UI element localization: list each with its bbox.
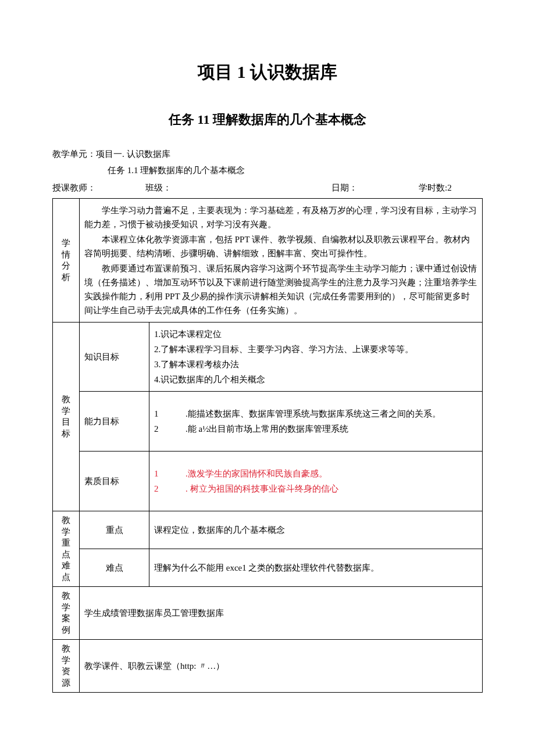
keypoint-key-text: 课程定位，数据库的几个基本概念 (149, 511, 483, 549)
goal-ability-item: 1.能描述数据库、数据库管理系统与数据库系统这三者之间的关系。 (154, 407, 477, 421)
row-label-resource: 教学资源 (53, 640, 80, 693)
unit-line: 教学单元：项目一. 认识数据库 (52, 147, 483, 161)
keypoint-diff-text: 理解为什么不能用 exce1 之类的数据处理软件代替数据库。 (149, 549, 483, 587)
page-title: 项目 1 认识数据库 (52, 58, 483, 86)
goal-ability-label: 能力目标 (80, 392, 149, 452)
goal-knowledge-item: 3.了解本课程考核办法 (154, 357, 477, 371)
row-label-analysis: 学情分析 (53, 199, 80, 323)
analysis-p2: 本课程立体化教学资源丰富，包括 PPT 课件、教学视频、自编教材以及职教云课程平… (84, 232, 477, 260)
goal-knowledge-label: 知识目标 (80, 323, 149, 392)
date-label: 日期： (331, 181, 419, 195)
goal-ability-item: 2.能 a½出目前市场上常用的数据库管理系统 (154, 422, 477, 436)
goal-knowledge-item: 1.识记本课程定位 (154, 327, 477, 341)
analysis-p3: 教师要通过布置课前预习、课后拓展内容学习这两个环节提高学生主动学习能力；课中通过… (84, 261, 477, 317)
unit-value: 项目一. 认识数据库 (96, 149, 170, 159)
goal-knowledge-item: 2.了解本课程学习目标、主要学习内容、学习方法、上课要求等等。 (154, 342, 477, 356)
page-subtitle: 任务 11 理解数据库的几个基本概念 (52, 109, 483, 130)
teacher-label: 授课教师： (52, 181, 145, 195)
analysis-p1: 学生学习动力普遍不足，主要表现为：学习基础差，有及格万岁的心理，学习没有目标，主… (84, 203, 477, 231)
goal-knowledge-content: 1.识记本课程定位 2.了解本课程学习目标、主要学习内容、学习方法、上课要求等等… (149, 323, 483, 392)
goal-quality-item: 2. 树立为祖国的科技事业奋斗终身的信心 (154, 482, 477, 496)
row-label-case: 教学案例 (53, 587, 80, 640)
goal-quality-content: 1.激发学生的家国情怀和民族自豪感。 2. 树立为祖国的科技事业奋斗终身的信心 (149, 452, 483, 511)
lesson-plan-table: 学情分析 学生学习动力普遍不足，主要表现为：学习基础差，有及格万岁的心理，学习没… (52, 198, 483, 693)
row-label-keypoints: 教学重点难点 (53, 511, 80, 587)
analysis-content: 学生学习动力普遍不足，主要表现为：学习基础差，有及格万岁的心理，学习没有目标，主… (80, 199, 483, 323)
goal-knowledge-item: 4.识记数据库的几个相关概念 (154, 372, 477, 386)
task-line: 任务 1.1 理解数据库的几个基本概念 (52, 163, 483, 177)
case-text: 学生成绩管理数据库员工管理数据库 (80, 587, 483, 640)
goal-quality-item: 1.激发学生的家国情怀和民族自豪感。 (154, 467, 477, 481)
class-label: 班级： (145, 181, 331, 195)
resource-text: 教学课件、职教云课堂（http: 〃…） (80, 640, 483, 693)
info-row: 授课教师： 班级： 日期： 学时数:2 (52, 181, 483, 195)
keypoint-diff-label: 难点 (80, 549, 149, 587)
row-label-goals: 教学目标 (53, 323, 80, 511)
goal-ability-content: 1.能描述数据库、数据库管理系统与数据库系统这三者之间的关系。 2.能 a½出目… (149, 392, 483, 452)
goal-quality-label: 素质目标 (80, 452, 149, 511)
keypoint-key-label: 重点 (80, 511, 149, 549)
hours-label: 学时数:2 (419, 181, 483, 195)
unit-label: 教学单元： (52, 149, 96, 159)
